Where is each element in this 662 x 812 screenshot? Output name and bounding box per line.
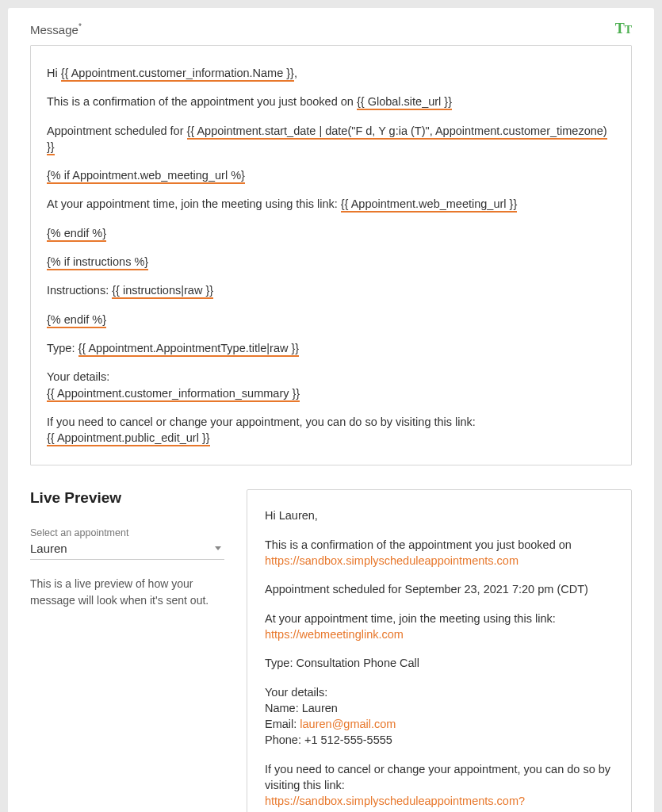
chevron-down-icon (215, 546, 221, 550)
template-token: {{ Appointment.customer_information.Name… (61, 67, 294, 82)
message-label-row: Message* TT (30, 21, 632, 37)
template-token: {{ Appointment.web_meeting_url }} (341, 197, 518, 213)
page-container: Message* TT Hi {{ Appointment.customer_i… (8, 8, 654, 812)
template-token: {% endif %} (47, 227, 106, 242)
editor-line: {% endif %} (47, 225, 615, 241)
template-token: {% endif %} (47, 313, 106, 328)
editor-line: This is a confirmation of the appointmen… (47, 94, 615, 109)
message-label-text: Message (30, 23, 78, 36)
template-token: {{ Appointment.public_edit_url }} (47, 431, 210, 446)
template-token: {% if Appointment.web_meeting_url %} (47, 169, 245, 184)
template-token: {{ Appointment.AppointmentType.title|raw… (78, 342, 300, 357)
preview-line: Appointment scheduled for September 23, … (265, 581, 614, 597)
preview-line: Type: Consultation Phone Call (265, 655, 614, 671)
live-preview-pane: Hi Lauren, This is a confirmation of the… (247, 489, 632, 812)
preview-line: Your details: Name: Lauren Email: lauren… (265, 684, 614, 749)
editor-line: Your details: {{ Appointment.customer_in… (47, 369, 615, 401)
template-token: {{ Appointment.customer_information_summ… (47, 387, 300, 402)
editor-line: Appointment scheduled for {{ Appointment… (47, 123, 615, 155)
appointment-select-value: Lauren (30, 542, 67, 555)
template-token: {{ instructions|raw }} (112, 284, 213, 299)
appointment-select-label: Select an appointment (30, 527, 224, 538)
editor-line: Hi {{ Appointment.customer_information.N… (47, 65, 615, 81)
editor-line: {% if Appointment.web_meeting_url %} (47, 167, 615, 183)
meeting-url-link[interactable]: https://webmeetinglink.com (265, 628, 404, 641)
preview-line: Hi Lauren, (265, 508, 614, 523)
text-format-icon[interactable]: TT (615, 21, 632, 37)
editor-line: Type: {{ Appointment.AppointmentType.tit… (47, 340, 615, 356)
lower-section: Live Preview Select an appointment Laure… (30, 489, 632, 812)
editor-line: {% if instructions %} (47, 254, 615, 270)
editor-line: At your appointment time, join the meeti… (47, 196, 615, 212)
required-asterisk: * (78, 22, 82, 31)
preview-line: This is a confirmation of the appointmen… (265, 537, 614, 569)
live-preview-heading: Live Preview (30, 489, 224, 507)
preview-helper-text: This is a live preview of how your messa… (30, 576, 224, 608)
editor-line: Instructions: {{ instructions|raw }} (47, 282, 615, 298)
preview-line: If you need to cancel or change your app… (265, 761, 614, 812)
editor-line: {% endif %} (47, 312, 615, 327)
template-token: {% if instructions %} (47, 255, 148, 270)
site-url-link[interactable]: https://sandbox.simplyscheduleappointmen… (265, 554, 519, 567)
template-token: {{ Global.site_url }} (357, 95, 452, 110)
edit-url-link[interactable]: https://sandbox.simplyscheduleappointmen… (265, 795, 632, 812)
appointment-select[interactable]: Lauren (30, 542, 224, 560)
email-link[interactable]: lauren@gmail.com (300, 718, 396, 730)
message-editor[interactable]: Hi {{ Appointment.customer_information.N… (30, 45, 632, 465)
preview-line: At your appointment time, join the meeti… (265, 611, 614, 643)
preview-controls: Live Preview Select an appointment Laure… (30, 489, 224, 812)
editor-line: If you need to cancel or change your app… (47, 414, 615, 446)
message-label: Message* (30, 22, 82, 36)
